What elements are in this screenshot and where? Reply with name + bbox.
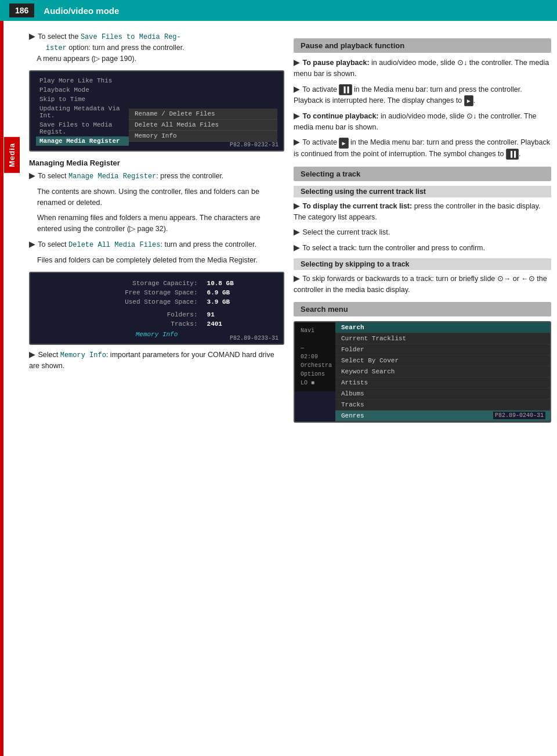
used-storage-value: 3.9 GB [202, 297, 274, 307]
select-para-2: ▶ Select the current track list. [294, 227, 551, 238]
nav-blank: — [299, 344, 331, 352]
sub-delete-all: Delete All Media Files [129, 120, 277, 131]
menu-manage-register: Manage Media Register [36, 136, 129, 146]
menu-skip-to-time: Skip to Time [36, 95, 129, 104]
pause-icon-2: ▐▐ [506, 149, 519, 160]
search-screenshot: Navi — 02:09 Orchestra Options LO ■ Sear… [294, 321, 551, 423]
menu-playback-mode: Playback Mode [36, 85, 129, 95]
nav-navi: Navi [299, 327, 331, 334]
search-keyword: Keyword Search [335, 366, 550, 377]
sub-memory-info: Memory Info [129, 131, 277, 142]
pause-para-1: ▶ To pause playback: in audio/video mode… [294, 57, 551, 80]
managing-para-5: Files and folders can be completely dele… [37, 255, 284, 266]
arrow-icon-9: ▶ [294, 201, 301, 212]
arrow-icon-4: ▶ [29, 350, 36, 361]
nav-orchestra: Orchestra [299, 362, 331, 369]
used-storage-label: Used Storage Space: [39, 297, 202, 307]
search-current-tracklist: Current Tracklist [335, 333, 550, 344]
managing-para-1: ▶ To select Manage Media Register: press… [29, 171, 284, 182]
search-artists: Artists [335, 377, 550, 388]
storage-row-1: Storage Capacity: 10.8 GB [39, 279, 274, 288]
selecting-sub2: Selecting by skipping to a track [294, 258, 551, 270]
arrow-icon-10: ▶ [294, 227, 301, 238]
managing-para-3: When renaming files and folders a menu a… [37, 213, 284, 235]
section-title: Audio/video mode [44, 6, 119, 16]
managing-head: Managing Media Register [29, 159, 284, 167]
search-select-by-cover: Select By Cover [335, 355, 550, 366]
memory-info-mono: Memory Info [60, 351, 106, 359]
sidebar: Media [0, 21, 23, 756]
free-storage-value: 6.9 GB [202, 288, 274, 297]
delete-all-mono: Delete All Media Files [68, 241, 160, 249]
skip-para-1: ▶ To skip forwards or backwards to a tra… [294, 273, 551, 296]
storage-capacity-value: 10.8 GB [202, 279, 274, 288]
arrow-icon-3: ▶ [29, 239, 36, 250]
tracks-value: 2401 [202, 319, 274, 329]
screenshot2-label: P82.89-0233-31 [230, 335, 278, 341]
page-number: 186 [9, 3, 34, 17]
sub-rename: Rename / Delete Files [129, 109, 277, 120]
arrow-icon: ▶ [29, 31, 36, 42]
arrow-icon-8: ▶ [294, 137, 301, 148]
storage-row-4: Folders: 91 [39, 310, 274, 319]
storage-capacity-label: Storage Capacity: [39, 279, 202, 288]
search-header-item: Search [335, 322, 550, 333]
nav-spacer [299, 336, 331, 343]
search-albums: Albums [335, 388, 550, 399]
save-files-mono: Save Files to Media Reg- ister [29, 33, 181, 52]
nav-options: Options [299, 370, 331, 378]
intro-para: ▶ To select the Save Files to Media Reg-… [29, 31, 284, 64]
selecting-banner: Selecting a track [294, 167, 551, 181]
continue-bold: To continue playback: [302, 112, 378, 120]
menu-save-files: Save Files to Media Regist. [36, 120, 129, 136]
nav-time: 02:09 [299, 353, 331, 361]
pause-bold: To pause playback: [302, 59, 369, 67]
storage-table: Storage Capacity: 10.8 GB Free Storage S… [39, 279, 274, 329]
display-tracklist-bold: To display the current track list: [302, 202, 412, 210]
sidebar-label: Media [4, 137, 20, 173]
play-icon-2: ▶ [339, 138, 348, 149]
arrow-icon-12: ▶ [294, 273, 301, 285]
arrow-icon-11: ▶ [294, 243, 301, 254]
storage-row-2: Free Storage Space: 6.9 GB [39, 288, 274, 297]
pause-para-3: ▶ To continue playback: in audio/video m… [294, 111, 551, 133]
search-folder: Folder [335, 344, 550, 355]
arrow-icon-5: ▶ [294, 57, 301, 69]
page-layout: Media ▶ To select the Save Files to Medi… [0, 21, 557, 756]
menu-play-more: Play More Like This [36, 76, 129, 85]
selecting-sub1: Selecting using the current track list [294, 186, 551, 197]
screenshot1-label: P82.89-0232-31 [230, 142, 278, 148]
search-left-nav: Navi — 02:09 Orchestra Options LO ■ [295, 322, 335, 391]
nav-items-container: Navi — 02:09 Orchestra Options LO ■ [297, 325, 333, 389]
arrow-icon-2: ▶ [29, 171, 36, 182]
tracks-label: Tracks: [39, 319, 202, 329]
folders-label: Folders: [39, 310, 202, 319]
storage-row-5: Tracks: 2401 [39, 319, 274, 329]
select-para-3: ▶ To select a track: turn the controller… [294, 243, 551, 254]
storage-row-3: Used Storage Space: 3.9 GB [39, 297, 274, 307]
screenshot-2: Storage Capacity: 10.8 GB Free Storage S… [29, 272, 284, 345]
search-right-menu: Search Current Tracklist Folder Select B… [335, 322, 550, 422]
managing-para-2: The contents are shown. Using the contro… [37, 186, 284, 208]
select-para-1: ▶ To display the current track list: pre… [294, 201, 551, 223]
nav-lo: LO ■ [299, 379, 331, 387]
manage-register-mono: Manage Media Register [68, 172, 156, 181]
pause-banner: Pause and playback function [294, 38, 551, 53]
left-column: ▶ To select the Save Files to Media Reg-… [29, 31, 284, 750]
screenshot-1: Play More Like This Playback Mode Skip t… [29, 70, 284, 152]
pause-para-4: ▶ To activate ▶ in the Media menu bar: t… [294, 137, 551, 159]
folders-value: 91 [202, 310, 274, 319]
menu-updating-metadata: Updating Metadata Via Int. [36, 104, 129, 120]
search-banner: Search menu [294, 302, 551, 316]
managing-para-4: ▶ To select Delete All Media Files: turn… [29, 239, 284, 250]
search-screenshot-label: P82.89-0240-31 [493, 412, 545, 419]
play-icon: ▶ [464, 95, 473, 106]
arrow-icon-6: ▶ [294, 84, 301, 95]
search-tracks: Tracks [335, 399, 550, 411]
pause-para-2: ▶ To activate ▐▐ in the Media menu bar: … [294, 84, 551, 106]
right-column: Pause and playback function ▶ To pause p… [294, 31, 551, 750]
header-bar: 186 Audio/video mode [0, 0, 557, 21]
main-content: ▶ To select the Save Files to Media Reg-… [23, 21, 557, 756]
arrow-icon-7: ▶ [294, 111, 301, 122]
sidebar-bar [0, 21, 3, 756]
